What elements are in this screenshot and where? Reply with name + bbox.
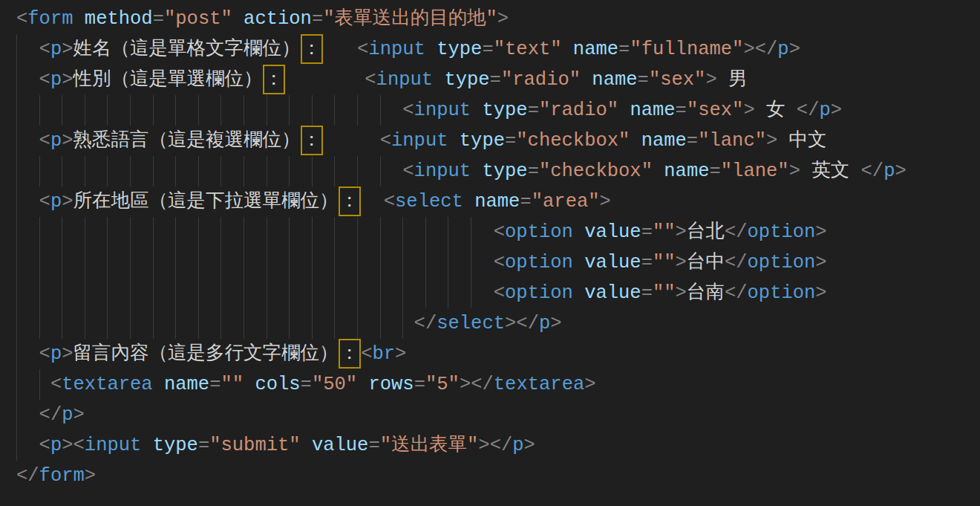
token-attr: value <box>301 435 369 456</box>
token-tag: br <box>372 343 395 365</box>
unicode-highlight-box: ： <box>339 339 362 369</box>
token-punc: > <box>705 69 716 91</box>
token-punc: = <box>209 374 220 395</box>
code-editor[interactable]: <form method="post" action="表單送出的目的地"> <… <box>0 0 980 506</box>
leading-whitespace <box>16 374 50 395</box>
token-str: "radio" <box>539 100 618 121</box>
code-line-2[interactable]: <p>姓名（這是單格文字欄位）： <input type="text" name… <box>16 34 980 65</box>
token-punc: > <box>831 100 842 121</box>
token-punc: < <box>365 69 376 91</box>
token-tag: input <box>368 39 425 60</box>
token-attr: type <box>141 435 198 456</box>
token-punc: < <box>39 69 50 91</box>
token-punc: </ <box>414 313 437 334</box>
code-line-15[interactable]: <p><input type="submit" value="送出表單"></p… <box>16 430 980 461</box>
token-punc: </ <box>16 465 39 487</box>
code-line-1[interactable]: <form method="post" action="表單送出的目的地"> <box>16 4 980 34</box>
token-tag: option <box>505 282 573 304</box>
token-punc: > <box>815 282 826 304</box>
token-punc: > <box>550 313 561 334</box>
token-str: "submit" <box>209 435 300 456</box>
code-line-13[interactable]: <textarea name="" cols="50" rows="5"></t… <box>16 369 980 400</box>
leading-whitespace <box>16 282 494 304</box>
leading-whitespace <box>16 252 494 273</box>
code-line-14[interactable]: </p> <box>16 400 980 430</box>
token-ws <box>361 191 384 213</box>
unicode-highlight-box: ： <box>301 126 324 155</box>
token-str: "text" <box>494 39 562 60</box>
code-line-16[interactable]: </form> <box>16 461 980 491</box>
unicode-highlight-box: ： <box>263 65 286 94</box>
token-tag: textarea <box>62 374 152 395</box>
token-attr: value <box>573 221 641 243</box>
code-line-3[interactable]: <p>性別（這是單選欄位）： <input type="radio" name=… <box>16 65 980 95</box>
token-tag: p <box>50 343 62 365</box>
token-punc: = <box>638 69 649 91</box>
token-txt: 姓名（這是單格文字欄位） <box>74 39 301 60</box>
token-punc: >< <box>62 435 85 456</box>
token-punc: < <box>50 374 62 395</box>
code-line-8[interactable]: <option value="">台北</option> <box>16 217 980 247</box>
token-txt: 留言內容（這是多行文字欄位） <box>74 343 339 365</box>
token-attr: value <box>573 252 641 273</box>
token-punc: > <box>584 374 595 395</box>
token-punc: </ <box>725 252 748 273</box>
code-line-11[interactable]: </select></p> <box>16 308 980 339</box>
leading-whitespace <box>16 130 39 152</box>
token-punc: < <box>494 252 505 273</box>
leading-whitespace <box>16 69 39 91</box>
token-attr: method <box>74 8 153 30</box>
code-line-10[interactable]: <option value="">台南</option> <box>16 278 980 308</box>
code-line-9[interactable]: <option value="">台中</option> <box>16 247 980 278</box>
code-line-6[interactable]: <input type="checkbox" name="lane"> 英文 <… <box>16 156 980 186</box>
token-punc: = <box>641 221 653 243</box>
token-txt: 熟悉語言（這是複選欄位） <box>74 130 301 152</box>
token-punc: > <box>815 221 826 243</box>
code-line-12[interactable]: <p>留言內容（這是多行文字欄位）：<br> <box>16 339 980 369</box>
token-str: "fullname" <box>630 39 743 60</box>
token-punc: = <box>641 282 653 304</box>
token-punc: > <box>395 343 406 365</box>
token-str: "" <box>220 374 244 395</box>
token-ws <box>323 130 380 152</box>
token-tag: p <box>539 313 550 334</box>
token-punc: > <box>62 130 73 152</box>
token-tag: p <box>819 100 830 121</box>
unicode-highlight-box: ： <box>301 34 324 64</box>
code-line-4[interactable]: <input type="radio" name="sex"> 女 </p> <box>16 95 980 126</box>
token-str: "checkbox" <box>516 130 630 152</box>
token-attr: name <box>653 160 710 182</box>
token-str: "表單送出的目的地" <box>323 8 497 30</box>
token-punc: > <box>85 465 96 487</box>
token-tag: p <box>883 160 895 182</box>
token-str: "sex" <box>649 69 706 91</box>
token-tag: p <box>777 39 788 60</box>
token-attr: type <box>425 39 483 60</box>
token-punc: > <box>789 39 800 60</box>
token-punc: > <box>743 100 754 121</box>
token-punc: < <box>361 343 372 365</box>
token-tag: form <box>39 465 85 487</box>
token-txt: 英文 <box>800 160 861 182</box>
token-tag: select <box>437 313 505 334</box>
token-attr: name <box>562 39 619 60</box>
token-punc: < <box>39 191 50 213</box>
token-punc: </ <box>725 282 748 304</box>
token-str: "" <box>653 221 676 243</box>
token-tag: textarea <box>494 374 584 395</box>
token-str: "checkbox" <box>539 160 653 182</box>
leading-whitespace <box>16 435 39 456</box>
token-txt: 男 <box>717 69 748 91</box>
leading-whitespace <box>16 313 414 334</box>
leading-whitespace <box>16 39 39 60</box>
code-line-7[interactable]: <p>所在地區（這是下拉選單欄位）： <select name="area"> <box>16 186 980 217</box>
token-punc: </ <box>725 221 748 243</box>
token-tag: option <box>748 221 816 243</box>
token-punc: > <box>789 160 800 182</box>
token-tag: select <box>395 191 463 213</box>
token-punc: < <box>39 130 50 152</box>
token-punc: = <box>490 69 501 91</box>
token-tag: input <box>414 100 471 121</box>
token-tag: p <box>50 69 62 91</box>
code-line-5[interactable]: <p>熟悉語言（這是複選欄位）： <input type="checkbox" … <box>16 126 980 156</box>
